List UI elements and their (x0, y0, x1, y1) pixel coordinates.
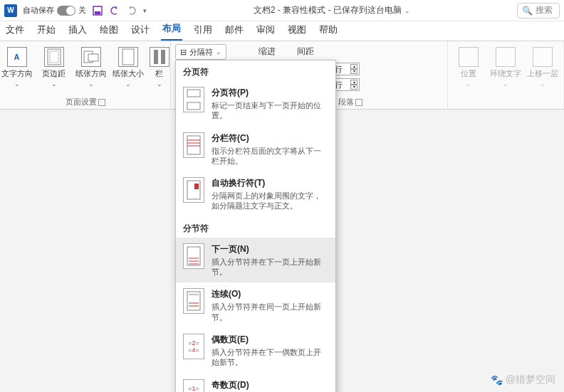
autosave-toggle[interactable]: 自动保存 关 (23, 5, 86, 16)
group-arrange: 位置⌄ 环绕文字⌄ 上移一层⌄ (448, 41, 564, 109)
redo-icon[interactable] (126, 5, 137, 16)
orientation-icon (81, 47, 101, 67)
wrap-icon (496, 47, 516, 67)
svg-rect-6 (122, 49, 134, 65)
tab-design[interactable]: 设计 (130, 21, 151, 41)
svg-rect-16 (194, 184, 199, 189)
search-input[interactable]: 🔍 搜索 (517, 3, 560, 18)
breaks-icon: ⊟ (180, 48, 187, 57)
columns-icon (150, 47, 169, 67)
search-icon: 🔍 (522, 6, 533, 16)
tab-references[interactable]: 引用 (192, 21, 214, 41)
svg-rect-7 (154, 50, 158, 64)
margins-button[interactable]: 页边距⌄ (38, 44, 70, 88)
continuous-icon (183, 288, 204, 314)
column-break-icon (183, 132, 204, 158)
menu-item-page-break[interactable]: 分页符(P)标记一页结束与下一页开始的位置。 (176, 81, 335, 127)
odd-page-icon: =1==3= (183, 379, 204, 392)
menu-item-next-page[interactable]: 下一页(N)插入分节符并在下一页上开始新节。 (176, 238, 335, 283)
autosave-state: 关 (78, 5, 86, 16)
paw-icon: 🐾 (491, 374, 503, 386)
page-break-icon (183, 87, 204, 112)
app-logo: W (4, 4, 17, 17)
tab-view[interactable]: 视图 (286, 21, 308, 41)
qat-more-icon[interactable]: ▾ (143, 7, 147, 14)
menu-header-page-breaks: 分页符 (176, 60, 335, 81)
document-title: 文档2 - 兼容性模式 - 已保存到这台电脑 ⌄ (152, 4, 511, 16)
switch-icon[interactable] (57, 6, 75, 16)
ribbon: A 文字方向⌄ 页边距⌄ 纸张方向⌄ 纸张大小⌄ 栏⌄ 页面设置 (0, 41, 564, 110)
tab-review[interactable]: 审阅 (255, 21, 276, 41)
page-setup-label: 页面设置 (66, 97, 105, 107)
text-direction-icon: A (7, 47, 27, 67)
wrap-text-button[interactable]: 环绕文字⌄ (489, 44, 522, 88)
undo-icon[interactable] (109, 5, 120, 16)
title-dropdown-icon[interactable]: ⌄ (404, 7, 410, 14)
bring-forward-icon (533, 47, 553, 67)
svg-rect-5 (88, 54, 98, 61)
launcher-icon[interactable] (355, 99, 362, 106)
orientation-button[interactable]: 纸张方向⌄ (75, 44, 108, 88)
group-page-setup: A 文字方向⌄ 页边距⌄ 纸张方向⌄ 纸张大小⌄ 栏⌄ 页面设置 (0, 41, 171, 109)
next-page-icon (183, 243, 204, 269)
watermark: 🐾 @猎梦空间 (491, 374, 555, 386)
save-icon[interactable] (92, 5, 103, 16)
tab-home[interactable]: 开始 (36, 21, 57, 41)
svg-rect-17 (187, 247, 200, 265)
svg-rect-1 (95, 11, 100, 14)
spacing-label: 间距 (297, 46, 314, 58)
title-bar: W 自动保存 关 ▾ 文档2 - 兼容性模式 - 已保存到这台电脑 ⌄ 🔍 搜索 (0, 0, 564, 21)
tab-file[interactable]: 文件 (4, 21, 26, 41)
ribbon-tabs: 文件 开始 插入 绘图 设计 布局 引用 邮件 审阅 视图 帮助 (0, 21, 564, 41)
bring-forward-button[interactable]: 上移一层⌄ (526, 44, 559, 88)
menu-item-column-break[interactable]: 分栏符(C)指示分栏符后面的文字将从下一栏开始。 (176, 127, 335, 172)
menu-item-text-wrap-break[interactable]: 自动换行符(T)分隔网页上的对象周围的文字，如分隔题注文字与正文。 (176, 171, 335, 217)
svg-rect-11 (187, 136, 200, 154)
menu-header-section-breaks: 分节符 (176, 217, 335, 238)
columns-button[interactable]: 栏⌄ (149, 44, 170, 88)
svg-rect-9 (187, 90, 200, 97)
menu-item-odd-page[interactable]: =1==3= 奇数页(D)插入分节符并在下一奇数页上 (176, 374, 335, 392)
even-page-icon: =2==4= (183, 334, 204, 359)
margins-icon (44, 47, 64, 67)
group-breaks: ⊟ 分隔符 ⌄ 分页符 分页符(P)标记一页结束与下一页开始的位置。 分栏符(C… (171, 41, 254, 109)
autosave-label: 自动保存 (23, 5, 54, 16)
size-button[interactable]: 纸张大小⌄ (112, 44, 145, 88)
svg-rect-10 (187, 102, 200, 110)
tab-draw[interactable]: 绘图 (98, 21, 120, 41)
position-button[interactable]: 位置⌄ (452, 44, 485, 88)
breaks-dropdown[interactable]: ⊟ 分隔符 ⌄ (175, 44, 226, 60)
breaks-menu: 分页符 分页符(P)标记一页结束与下一页开始的位置。 分栏符(C)指示分栏符后面… (175, 60, 336, 392)
svg-rect-8 (161, 50, 165, 64)
tab-layout[interactable]: 布局 (161, 19, 182, 41)
text-direction-button[interactable]: A 文字方向⌄ (1, 44, 33, 88)
menu-item-continuous[interactable]: 连续(O)插入分节符并在同一页上开始新节。 (176, 282, 335, 328)
chevron-down-icon: ⌄ (216, 48, 221, 55)
position-icon (459, 47, 479, 67)
menu-item-even-page[interactable]: =2==4= 偶数页(E)插入分节符并在下一偶数页上开始新节。 (176, 328, 335, 374)
tab-help[interactable]: 帮助 (318, 21, 339, 41)
launcher-icon[interactable] (98, 99, 105, 106)
tab-insert[interactable]: 插入 (67, 21, 88, 41)
text-wrap-break-icon (183, 177, 204, 203)
svg-rect-15 (187, 181, 200, 199)
size-icon (118, 47, 138, 67)
paragraph-label: 段落 (338, 97, 362, 107)
indent-label: 缩进 (258, 46, 276, 58)
tab-mailings[interactable]: 邮件 (224, 21, 245, 41)
